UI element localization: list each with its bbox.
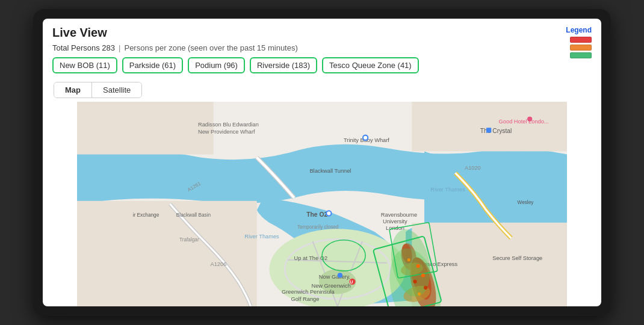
svg-text:Golf Range: Golf Range: [291, 296, 319, 302]
svg-point-58: [322, 240, 365, 271]
svg-rect-5: [412, 102, 567, 151]
svg-text:Wesley: Wesley: [518, 200, 534, 205]
controls-and-map: Map Satellite: [43, 78, 601, 306]
satellite-view-button[interactable]: Satellite: [92, 82, 141, 98]
zone-badge-parkside[interactable]: Parkside (61): [122, 57, 183, 73]
svg-text:Secure Self Storage: Secure Self Storage: [492, 255, 542, 261]
zone-badge-riverside[interactable]: Riverside (183): [250, 57, 317, 73]
map-header: Map Satellite: [43, 78, 601, 102]
per-zone-label: Persons per zone (seen over the past 15 …: [124, 43, 297, 52]
svg-point-63: [407, 258, 410, 261]
svg-text:Blackwall Tunnel: Blackwall Tunnel: [309, 168, 351, 174]
device-frame: Live View Total Persons 283 | Persons pe…: [33, 9, 611, 316]
svg-point-60: [421, 273, 425, 277]
svg-text:U: U: [350, 279, 353, 285]
device-screen: Live View Total Persons 283 | Persons pe…: [43, 19, 601, 306]
svg-text:University: University: [383, 218, 407, 224]
stats-row: Total Persons 283 | Persons per zone (se…: [52, 43, 556, 52]
svg-rect-41: [486, 128, 491, 132]
svg-point-44: [327, 211, 330, 215]
svg-text:Greenwich Peninsula: Greenwich Peninsula: [282, 289, 335, 295]
svg-point-40: [364, 136, 367, 140]
svg-point-59: [416, 264, 420, 268]
map-view-button[interactable]: Map: [54, 82, 92, 98]
svg-text:Trafalgar: Trafalgar: [179, 237, 199, 243]
svg-text:New Greenwich: New Greenwich: [311, 283, 350, 289]
svg-text:River Thames: River Thames: [244, 234, 279, 240]
svg-point-62: [424, 286, 427, 289]
left-header: Live View Total Persons 283 | Persons pe…: [52, 26, 556, 78]
zone-badge-tesco[interactable]: Tesco Queue Zone (41): [322, 57, 419, 73]
header-area: Live View Total Persons 283 | Persons pe…: [43, 19, 601, 78]
svg-text:Ravensbourne: Ravensbourne: [381, 212, 417, 218]
zone-badge-podium[interactable]: Podium (96): [188, 57, 245, 73]
svg-text:Radisson Blu Edwardian: Radisson Blu Edwardian: [198, 122, 259, 128]
map-svg: Radisson Blu Edwardian New Providence Wh…: [43, 102, 601, 306]
total-persons: Total Persons 283: [52, 43, 115, 52]
legend-bar: [570, 52, 592, 58]
legend-bar: [570, 37, 592, 43]
svg-rect-3: [77, 201, 257, 306]
svg-point-64: [418, 292, 421, 296]
svg-text:Good Hotel Londo...: Good Hotel Londo...: [499, 119, 549, 125]
stats-divider: |: [119, 43, 120, 52]
zone-badge-new-bob[interactable]: New BOB (11): [52, 57, 117, 73]
map-area: Radisson Blu Edwardian New Providence Wh…: [43, 102, 601, 306]
svg-point-45: [338, 273, 342, 277]
svg-rect-2: [77, 102, 214, 155]
svg-text:A1020: A1020: [465, 165, 481, 171]
svg-text:New Providence Wharf: New Providence Wharf: [198, 129, 255, 135]
legend-panel: Legend: [556, 26, 592, 58]
svg-text:ir Exchange: ir Exchange: [133, 212, 159, 218]
page-title: Live View: [52, 26, 556, 40]
legend-title: Legend: [566, 26, 592, 34]
svg-text:A1206: A1206: [211, 261, 227, 267]
zones-row: New BOB (11)Parkside (61)Podium (96)Rive…: [52, 57, 556, 73]
svg-text:Now Gallery.: Now Gallery.: [319, 274, 350, 280]
svg-text:River Thames: River Thames: [430, 187, 465, 193]
svg-point-42: [527, 117, 532, 122]
svg-text:The Crystal: The Crystal: [480, 128, 512, 134]
legend-items: [570, 37, 592, 58]
legend-bar: [570, 45, 592, 51]
svg-text:Blackwall Basin: Blackwall Basin: [176, 212, 211, 218]
svg-point-61: [413, 280, 416, 283]
svg-text:Temporarily closed: Temporarily closed: [297, 224, 339, 230]
map-view-toggle[interactable]: Map Satellite: [54, 82, 142, 98]
svg-text:The O2: The O2: [306, 211, 327, 218]
